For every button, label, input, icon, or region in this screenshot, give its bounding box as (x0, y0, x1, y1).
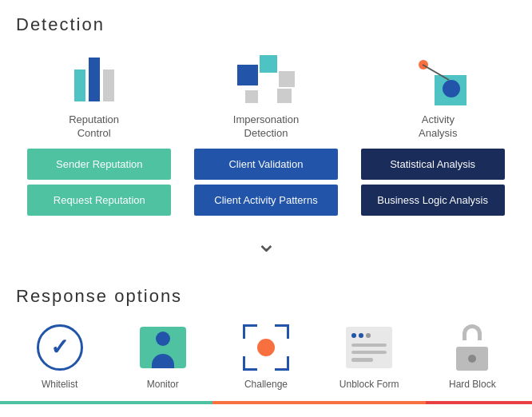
imp-sq-1 (237, 65, 258, 85)
challenge-icon-box (238, 323, 294, 372)
response-section: Response options ✓ Whitelist Monitor (0, 264, 532, 395)
ch-center-circle (257, 339, 275, 356)
unblock-line-3 (351, 358, 372, 361)
dot-3 (366, 333, 371, 338)
reputation-control-icon-box (62, 51, 126, 107)
bottom-bars (0, 401, 532, 404)
lock-keyhole (468, 355, 476, 363)
reputation-btn-group: Sender Reputation Request Reputation (27, 149, 171, 216)
bottom-bar-3 (212, 401, 319, 404)
monitor-label: Monitor (147, 379, 179, 390)
detection-buttons-row: Sender Reputation Request Reputation Cli… (8, 149, 524, 216)
imp-sq-4 (245, 90, 258, 103)
hard-block-icon (452, 324, 492, 371)
bottom-bar-4 (320, 401, 426, 404)
rep-bar-2 (89, 58, 100, 101)
rep-bar-3 (103, 70, 114, 101)
whitelist-icon-box: ✓ (32, 323, 88, 372)
client-activity-patterns-button[interactable]: Client Activity Patterns (194, 185, 338, 216)
request-reputation-button[interactable]: Request Reputation (27, 185, 171, 216)
impersonation-detection-group: ImpersonationDetection (202, 51, 330, 141)
client-validation-button[interactable]: Client Validation (194, 149, 338, 180)
dot-2 (359, 333, 363, 338)
activity-analysis-icon-box (406, 51, 470, 107)
monitor-person-head (156, 332, 170, 346)
unblock-form-group: Unblock Form (329, 323, 409, 390)
dot-1 (351, 333, 356, 338)
rep-bar-1 (74, 70, 85, 101)
lock-body (456, 347, 488, 371)
statistical-analysis-button[interactable]: Statistical Analysis (361, 149, 505, 180)
whitelist-group: ✓ Whitelist (20, 323, 100, 390)
client-btn-group: Client Validation Client Activity Patter… (194, 149, 338, 216)
ch-corner-tl (243, 324, 257, 339)
act-circle (443, 80, 460, 97)
checkmark-icon: ✓ (50, 334, 69, 360)
impersonation-detection-icon-box (234, 51, 298, 107)
chevron-down-icon: ⌄ (256, 230, 277, 256)
monitor-person-body (152, 354, 174, 368)
arrow-row: ⌄ (0, 216, 532, 264)
challenge-icon (243, 324, 289, 371)
impersonation-detection-icon (237, 55, 295, 103)
ch-corner-bl (243, 356, 257, 371)
hard-block-group: Hard Block (432, 323, 512, 390)
response-icons-row: ✓ Whitelist Monitor (8, 315, 524, 395)
bottom-bar-5 (426, 401, 532, 404)
business-logic-analysis-button[interactable]: Business Logic Analysis (361, 185, 505, 216)
detection-title: Detection (8, 0, 524, 43)
unblock-form-label: Unblock Form (339, 379, 399, 390)
imp-sq-3 (279, 71, 295, 87)
unblock-form-icon-box (341, 323, 397, 372)
lock-shackle (463, 324, 482, 340)
bottom-bar-2 (106, 401, 212, 404)
activity-analysis-label: ActivityAnalysis (419, 113, 457, 141)
hard-block-label: Hard Block (449, 379, 496, 390)
unblock-dots (351, 333, 387, 338)
unblock-form-icon (346, 327, 392, 368)
challenge-label: Challenge (244, 379, 288, 390)
monitor-icon (140, 327, 186, 368)
imp-sq-5 (277, 89, 292, 103)
activity-analysis-icon (409, 54, 466, 105)
reputation-control-label: ReputationControl (69, 113, 119, 141)
monitor-icon-box (135, 323, 191, 372)
detection-icons-row: ReputationControl ImpersonationDetection (8, 43, 524, 149)
imp-sq-2 (260, 55, 277, 73)
impersonation-detection-label: ImpersonationDetection (233, 113, 299, 141)
hard-block-icon-box (444, 323, 500, 372)
detection-section: Detection ReputationControl (0, 0, 532, 216)
reputation-control-icon (74, 58, 114, 101)
analysis-btn-group: Statistical Analysis Business Logic Anal… (361, 149, 505, 216)
reputation-control-group: ReputationControl (30, 51, 158, 141)
unblock-line-2 (351, 351, 387, 354)
whitelist-icon: ✓ (37, 324, 83, 371)
challenge-group: Challenge (226, 323, 306, 390)
monitor-group: Monitor (123, 323, 203, 390)
whitelist-label: Whitelist (42, 379, 77, 390)
ch-corner-br (275, 356, 289, 371)
response-title: Response options (8, 272, 524, 315)
bottom-bar-1 (0, 401, 106, 404)
activity-analysis-group: ActivityAnalysis (374, 51, 502, 141)
ch-corner-tr (275, 324, 289, 339)
unblock-line-1 (351, 344, 387, 347)
sender-reputation-button[interactable]: Sender Reputation (27, 149, 171, 180)
